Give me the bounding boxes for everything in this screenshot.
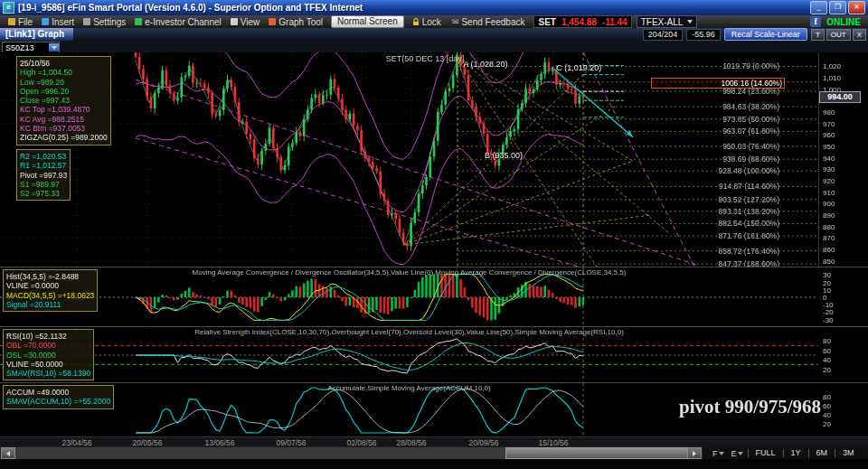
pivot-watermark: pivot 990/975/968 xyxy=(679,396,821,418)
separator xyxy=(808,449,809,457)
window-button-t[interactable]: T xyxy=(811,29,825,41)
menu-item-label: View xyxy=(241,17,260,27)
info-row: KC Btm =937.0053 xyxy=(20,124,108,133)
accum-title: Accumulate,Simple Moving Average(ACCUM,1… xyxy=(0,384,818,392)
range-button-full[interactable]: FULL xyxy=(750,448,781,458)
range-controls: FEFULL1Y6M3M xyxy=(710,448,860,458)
fib-label: 893.31 (138.20%) xyxy=(651,207,779,216)
menu-item-label: e-Investor Channel xyxy=(145,17,222,27)
send-feedback-button[interactable]: ✉ Send Feedback xyxy=(448,17,530,27)
rsi-tick: 40 xyxy=(823,356,831,364)
tool-button-e[interactable]: E xyxy=(729,449,746,458)
scroll-right-button[interactable] xyxy=(687,447,702,459)
indicator-value-row: Signal =20.9111 xyxy=(6,300,94,309)
scrollbar-track[interactable] xyxy=(0,446,703,460)
menu-item-label: Graph Tool xyxy=(278,17,323,27)
symbol-row: S50Z13 xyxy=(0,41,868,53)
menu-item-file[interactable]: File xyxy=(4,16,37,28)
tool-button-f[interactable]: F xyxy=(710,449,727,458)
menu-bar: FileInsertSettingse-Investor ChannelView… xyxy=(0,15,868,28)
tab-right-group: 204/204 -55.96 Recal Scale-Linear TOUTX xyxy=(643,28,868,41)
e-investor-channel-icon xyxy=(135,18,142,25)
price-tick: 970 xyxy=(823,120,835,128)
swing-label-b: B (935.00) xyxy=(485,151,523,160)
accum-tick: 60 xyxy=(823,402,831,410)
pivot-row: R1 =1,012.57 xyxy=(20,161,67,170)
market-selector-dropdown[interactable]: TFEX-ALL xyxy=(637,15,698,28)
rsi-tick: 80 xyxy=(823,337,831,345)
fib-label: 871.76 (161.80%) xyxy=(651,231,779,240)
info-row: KC Avg =988.2515 xyxy=(20,115,108,124)
tab-link1-graph[interactable]: [Link1] Graph xyxy=(0,28,73,41)
normal-screen-button[interactable]: Normal Screen xyxy=(331,15,404,28)
range-button-3m[interactable]: 3M xyxy=(837,448,860,458)
scrollbar-thumb[interactable] xyxy=(505,447,691,459)
envelope-icon: ✉ xyxy=(452,17,459,26)
close-button[interactable]: ✕ xyxy=(848,1,865,14)
pivot-row: S2 =975.33 xyxy=(20,189,67,198)
settings-icon xyxy=(83,18,90,25)
macd-values-box: Hist(34,5,5) =-2.8488VLINE =0.0000MACD(3… xyxy=(3,269,98,312)
menu-item-settings[interactable]: Settings xyxy=(79,16,130,28)
price-tick: 860 xyxy=(823,246,835,254)
macd-panel: Moving Average Convergence / Divergence … xyxy=(0,267,868,327)
menu-item-e-investor-channel[interactable]: e-Investor Channel xyxy=(130,16,226,28)
range-button-1y[interactable]: 1Y xyxy=(786,448,807,458)
menu-item-insert[interactable]: Insert xyxy=(37,16,79,28)
window-small-buttons: TOUTX xyxy=(811,29,866,41)
menu-items: FileInsertSettingse-Investor ChannelView… xyxy=(4,16,327,28)
swing-label-a: A (1,028.20) xyxy=(463,60,507,69)
price-tick: 1,010 xyxy=(823,74,841,82)
symbol-dropdown-arrow-icon[interactable] xyxy=(49,43,59,52)
fib-label: 950.03 (76.40%) xyxy=(651,142,779,151)
accum-values-box: ACCUM =49.0000SMAV(ACCUM,10) =+55.2000 xyxy=(3,385,114,409)
price-tick: 910 xyxy=(823,189,835,197)
window-button-x[interactable]: X xyxy=(853,29,866,41)
indicator-value-row: Hist(34,5,5) =-2.8488 xyxy=(6,272,94,281)
restore-button[interactable]: ❐ xyxy=(829,1,846,14)
price-tick: 930 xyxy=(823,165,835,174)
recal-scale-button[interactable]: Recal Scale-Linear xyxy=(724,28,807,41)
lock-button[interactable]: Lock xyxy=(408,17,446,27)
price-tick: 940 xyxy=(823,155,835,163)
accum-tick: 40 xyxy=(823,411,831,419)
chevron-down-icon xyxy=(687,20,693,23)
send-feedback-label: Send Feedback xyxy=(461,17,524,27)
main-price-chart: SET(50 DEC 13 [day] 25/10/56High =1,004.… xyxy=(0,52,868,267)
menu-item-graph-tool[interactable]: Graph Tool xyxy=(264,16,327,28)
price-tick: 900 xyxy=(823,200,835,208)
facebook-icon[interactable]: f xyxy=(810,16,821,27)
price-tick: 880 xyxy=(823,223,835,231)
fib-label: 858.72 (176.40%) xyxy=(651,247,779,256)
ohlc-info-panel: 25/10/56High =1,004.50Low =989.20Open =9… xyxy=(16,56,111,145)
symbol-value: S50Z13 xyxy=(3,43,49,52)
range-button-6m[interactable]: 6M xyxy=(811,448,834,458)
view-icon xyxy=(231,18,238,25)
graph-window-bar: [Link1] Graph 204/204 -55.96 Recal Scale… xyxy=(0,28,868,41)
indicator-value-row: SMAV(ACCUM,10) =+55.2000 xyxy=(6,397,110,406)
bar-counter: 204/204 xyxy=(643,29,684,41)
fib-label: 998.24 (23.60%) xyxy=(651,87,779,96)
window-button-out[interactable]: OUT xyxy=(826,29,851,41)
price-tick: 950 xyxy=(823,143,835,151)
menu-item-view[interactable]: View xyxy=(226,16,265,28)
indicator-value-row: RSI(10) =52.1132 xyxy=(6,332,90,341)
scroll-left-button[interactable] xyxy=(1,447,15,459)
rsi-tick: 60 xyxy=(823,347,831,355)
app-icon: e xyxy=(3,2,14,14)
menu-item-label: File xyxy=(18,17,33,27)
indicator-value-row: OBL =70.0000 xyxy=(6,341,90,350)
pivot-row: R2 =1,020.53 xyxy=(20,152,67,161)
rsi-tick: 20 xyxy=(823,366,831,374)
graph-tool-icon xyxy=(269,18,276,25)
info-date: 25/10/56 xyxy=(20,59,108,68)
info-row: High =1,004.50 xyxy=(20,68,108,77)
horizontal-scrollbar-row: FEFULL1Y6M3M xyxy=(0,447,868,459)
e-dropdown-icon xyxy=(738,452,743,455)
market-selector-value: TFEX-ALL xyxy=(641,17,684,27)
window-title: [19-i_9586] eFin Smart Portal (Version 4… xyxy=(18,3,808,13)
pivot-info-panel: R2 =1,020.53R1 =1,012.57Pivot =997.93S1 … xyxy=(16,149,71,201)
minimize-button[interactable]: _ xyxy=(810,1,827,14)
f-dropdown-icon xyxy=(719,452,724,455)
menu-item-label: Settings xyxy=(93,17,126,27)
